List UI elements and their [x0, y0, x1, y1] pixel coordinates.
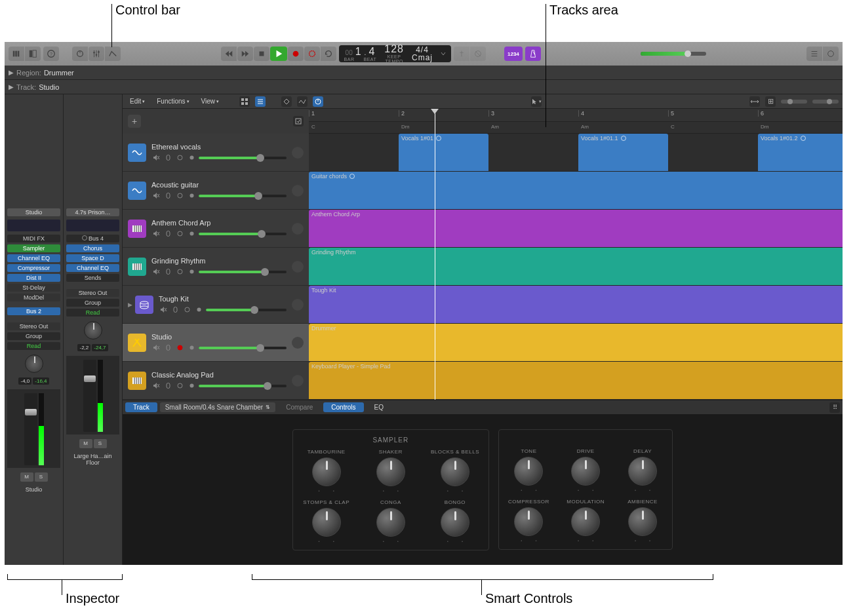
solo-icon[interactable] [163, 229, 172, 239]
solo-icon[interactable] [163, 267, 172, 277]
track-volume-slider[interactable] [199, 233, 287, 235]
output-slot[interactable]: Stereo Out [7, 322, 60, 330]
automation-mode[interactable]: Read [7, 342, 60, 350]
chevron-right-icon[interactable]: ▶ [128, 301, 132, 308]
forward-button[interactable] [237, 47, 253, 61]
preset-dropdown[interactable]: Small Room/0.4s Snare Chamber⇅ [160, 402, 276, 412]
tuner-button[interactable] [454, 47, 469, 61]
insert-slot[interactable]: Chorus [66, 244, 119, 252]
region-lane[interactable]: Anthem Chord Arp [309, 210, 843, 248]
track-pan-knob[interactable] [292, 185, 304, 197]
chevron-down-icon[interactable] [441, 51, 446, 56]
automation-mode[interactable]: Read [66, 309, 119, 317]
editors-button[interactable] [105, 47, 121, 61]
grid-icon[interactable] [239, 96, 250, 107]
record-enable-icon[interactable] [182, 305, 191, 315]
region[interactable]: Tough Kit [309, 286, 843, 323]
track-icon[interactable] [128, 258, 146, 276]
region[interactable]: Guitar chords [309, 172, 843, 209]
chord-track[interactable]: CDmAmAmCDm [309, 122, 843, 134]
solo-icon[interactable] [170, 305, 180, 315]
region[interactable]: Vocals 1#01.2 [758, 134, 843, 171]
ruler[interactable]: 123456 [309, 109, 843, 122]
region-lane[interactable]: Keyboard Player - Simple Pad [309, 362, 843, 400]
region[interactable]: Grinding Rhythm [309, 248, 843, 285]
add-track-button[interactable]: + [128, 115, 141, 128]
group-slot[interactable]: Group [7, 332, 60, 340]
compare-button[interactable]: Compare [278, 402, 321, 412]
track-volume-slider[interactable] [199, 385, 287, 387]
flex-icon[interactable] [313, 96, 323, 107]
track-volume-slider[interactable] [206, 309, 287, 311]
knob[interactable] [312, 508, 341, 537]
region-lane[interactable]: Tough Kit [309, 286, 843, 324]
knob[interactable] [628, 507, 657, 536]
snap-icon[interactable] [281, 96, 292, 107]
input-monitor-icon[interactable] [194, 305, 203, 315]
cycle-button[interactable] [321, 47, 336, 61]
instrument-slot[interactable]: Sampler [7, 244, 60, 252]
play-button[interactable] [270, 47, 287, 61]
region-lane[interactable]: Guitar chords [309, 172, 843, 210]
zoom-fit-icon[interactable]: ⊞ [765, 96, 776, 107]
record-enable-icon[interactable] [175, 267, 184, 277]
vertical-zoom-slider[interactable] [781, 100, 807, 104]
region[interactable]: Vocals 1#01.1 [578, 134, 668, 171]
arpeggiator-icon[interactable]: ⠿ [829, 402, 840, 413]
record-button[interactable] [288, 47, 304, 61]
track-header[interactable]: Grinding Rhythm [123, 248, 309, 286]
insert-slot[interactable]: ModDel [7, 294, 60, 301]
count-in-button[interactable]: 1234 [504, 47, 523, 61]
mute-icon[interactable] [151, 381, 161, 391]
notes-button[interactable] [823, 47, 839, 61]
mute-button[interactable]: M [20, 472, 33, 482]
knob[interactable] [514, 507, 543, 536]
track-volume-slider[interactable] [199, 195, 287, 197]
record-enable-icon[interactable] [175, 191, 184, 201]
setting-slot[interactable]: Studio [7, 208, 60, 216]
insert-slot[interactable]: Space D [66, 254, 119, 262]
edit-menu[interactable]: Edit ▾ [127, 96, 148, 106]
region[interactable]: Keyboard Player - Simple Pad [309, 362, 843, 399]
track-header[interactable]: Ethereal vocals [123, 134, 309, 172]
track-header[interactable]: Acoustic guitar [123, 172, 309, 210]
mute-icon[interactable] [151, 267, 161, 277]
lcd-display[interactable]: 001.4 BARBEAT 128 KEEP TEMPO 4/4 Cmaj [339, 45, 451, 62]
track-pan-knob[interactable] [292, 375, 304, 387]
knob[interactable] [376, 508, 405, 537]
zoom-horizontal-icon[interactable] [749, 96, 760, 107]
input-monitor-icon[interactable] [187, 229, 196, 239]
mute-button[interactable]: M [79, 439, 92, 448]
insert-slot[interactable]: St-Delay [7, 284, 60, 292]
rewind-button[interactable] [221, 47, 237, 61]
eq-thumbnail[interactable] [7, 220, 60, 231]
mute-icon[interactable] [159, 305, 168, 315]
list-icon[interactable] [255, 96, 266, 107]
track-pan-knob[interactable] [292, 223, 304, 235]
quick-help-button[interactable]: ? [43, 47, 59, 61]
track-volume-slider[interactable] [199, 271, 287, 273]
stop-button[interactable] [254, 47, 269, 61]
knob[interactable] [571, 457, 600, 486]
region[interactable]: Vocals 1#01 [399, 134, 488, 171]
insert-slot[interactable]: Channel EQ [66, 264, 119, 272]
tab-track[interactable]: Track [125, 402, 157, 412]
catch-playhead-icon[interactable] [293, 116, 304, 126]
track-icon[interactable] [128, 372, 146, 390]
solo-button[interactable]: S [94, 439, 107, 448]
functions-menu[interactable]: Functions ▾ [153, 96, 192, 106]
insert-slot[interactable]: Compressor [7, 264, 60, 272]
metronome-button[interactable] [525, 47, 541, 61]
volume-fader[interactable] [24, 393, 37, 465]
mute-icon[interactable] [151, 153, 161, 163]
low-latency-button[interactable] [470, 47, 486, 61]
track-pan-knob[interactable] [292, 147, 304, 159]
output-slot[interactable]: Stereo Out [66, 289, 119, 297]
record-enable-icon[interactable] [175, 229, 184, 239]
track-pan-knob[interactable] [292, 261, 304, 273]
track-pan-knob[interactable] [292, 299, 304, 311]
track-icon[interactable] [128, 182, 146, 200]
library-button[interactable] [9, 47, 24, 61]
input-monitor-icon[interactable] [187, 153, 196, 163]
solo-icon[interactable] [163, 381, 172, 391]
